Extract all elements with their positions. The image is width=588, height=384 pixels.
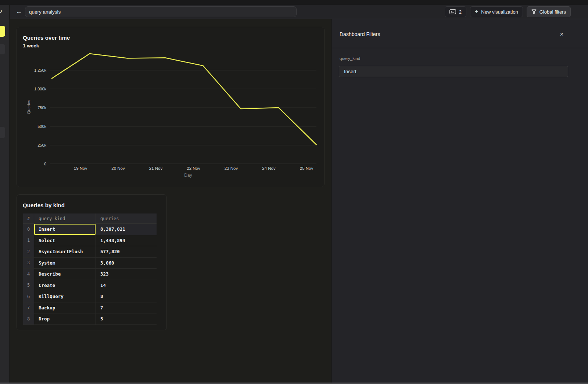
queries-value-cell: 1,443,894 [96, 235, 157, 246]
table-row[interactable]: 1Select1,443,894 [23, 235, 157, 247]
query-kind-cell[interactable]: KillQuery [34, 291, 96, 302]
filter-field-label: query_kind [340, 56, 360, 61]
queries-value-cell: 14 [96, 280, 157, 291]
global-filters-button[interactable]: Global filters [527, 6, 571, 17]
y-tick-label: 750k [37, 105, 46, 110]
y-axis-title: Queries [26, 100, 31, 114]
line-chart: 1 250k1 000k750k500k250k019 Nov20 Nov21 … [17, 47, 325, 187]
queries-value-cell: 577,820 [96, 246, 157, 257]
query-kind-cell[interactable]: Create [34, 280, 96, 291]
row-index: 2 [23, 246, 34, 257]
funnel-icon [531, 9, 537, 14]
console-icon [449, 9, 456, 14]
window-top-strip [0, 0, 588, 5]
y-tick-label: 250k [37, 143, 46, 147]
queries-value-cell: 5 [96, 313, 157, 324]
x-axis-title: Day [184, 173, 192, 178]
table-header-queries: queries [96, 216, 157, 221]
table-row[interactable]: 4Describe323 [23, 269, 157, 280]
query-kind-cell[interactable]: AsyncInsertFlush [34, 246, 96, 257]
back-button[interactable]: ← [14, 7, 24, 17]
table-row[interactable]: 8Drop5 [23, 313, 157, 325]
queries-over-time-card: Queries over time 1 week 1 250k1 000k750… [17, 27, 325, 187]
table-row[interactable]: 6KillQuery8 [23, 291, 157, 302]
sidebar-item[interactable] [0, 44, 5, 54]
dashboard-canvas: Queries over time 1 week 1 250k1 000k750… [10, 19, 331, 383]
query-kind-cell[interactable]: Describe [34, 269, 96, 280]
y-tick-label: 0 [44, 162, 46, 166]
query-kind-cell[interactable]: System [34, 258, 96, 269]
queries-value-cell: 7 [96, 302, 157, 313]
y-tick-label: 1 000k [34, 87, 47, 91]
sidebar-rail: ↻ [0, 5, 10, 383]
queries-by-kind-card: Queries by kind # query_kind queries 0In… [17, 194, 167, 330]
queries-value-cell: 323 [96, 269, 157, 280]
sidebar-item[interactable] [0, 127, 5, 138]
row-index: 6 [23, 291, 34, 302]
new-visualization-label: New visualization [481, 9, 518, 15]
x-tick-label: 22 Nov [187, 166, 200, 171]
row-index: 5 [23, 280, 34, 291]
console-count: 2 [459, 9, 462, 15]
row-index: 1 [23, 235, 34, 246]
row-index: 0 [23, 224, 34, 235]
query-kind-filter-input[interactable] [339, 66, 568, 77]
table-body: 0Insert8,307,0211Select1,443,8942AsyncIn… [23, 224, 157, 325]
queries-value-cell: 8,307,021 [96, 224, 157, 235]
sidebar-item-active[interactable] [0, 26, 5, 37]
global-filters-label: Global filters [539, 9, 566, 15]
row-index: 4 [23, 269, 34, 280]
plus-icon: + [475, 9, 478, 14]
results-table: # query_kind queries 0Insert8,307,0211Se… [23, 213, 157, 325]
console-count-button[interactable]: 2 [445, 6, 466, 17]
table-row[interactable]: 7Backup7 [23, 302, 157, 314]
dashboard-filters-panel: Dashboard Filters ✕ query_kind [331, 19, 588, 383]
table-header-query-kind: query_kind [34, 213, 96, 223]
filters-panel-title: Dashboard Filters [340, 31, 380, 37]
x-tick-label: 20 Nov [111, 166, 125, 171]
y-tick-label: 1 250k [34, 68, 47, 72]
table-header-index: # [23, 213, 34, 223]
topbar: ← 2 + New visualization Global filters [10, 5, 588, 19]
dashboard-title-input[interactable] [25, 6, 297, 17]
table-row[interactable]: 3System3,060 [23, 258, 157, 269]
queries-series-line [52, 54, 316, 145]
query-kind-cell[interactable]: Drop [34, 313, 96, 324]
table-title: Queries by kind [23, 202, 65, 208]
x-tick-label: 21 Nov [149, 166, 163, 171]
table-row[interactable]: 2AsyncInsertFlush577,820 [23, 246, 157, 258]
queries-value-cell: 8 [96, 291, 157, 302]
query-kind-cell[interactable]: Backup [34, 302, 96, 313]
query-kind-cell-selected[interactable]: Insert [34, 224, 96, 235]
new-visualization-button[interactable]: + New visualization [470, 6, 523, 17]
x-tick-label: 24 Nov [262, 166, 276, 171]
panel-divider [332, 48, 588, 48]
x-tick-label: 25 Nov [300, 166, 313, 171]
refresh-icon[interactable]: ↻ [0, 8, 2, 14]
row-index: 7 [23, 302, 34, 313]
y-tick-label: 500k [37, 124, 46, 129]
queries-value-cell: 3,060 [96, 258, 157, 269]
table-header-row: # query_kind queries [23, 213, 157, 224]
chart-title: Queries over time [23, 35, 70, 41]
bottom-edge-strip [0, 383, 588, 384]
query-kind-cell[interactable]: Select [34, 235, 96, 246]
close-icon[interactable]: ✕ [559, 30, 564, 39]
table-row[interactable]: 0Insert8,307,021 [23, 224, 157, 235]
table-row[interactable]: 5Create14 [23, 280, 157, 291]
x-tick-label: 19 Nov [74, 166, 87, 171]
row-index: 3 [23, 258, 34, 269]
row-index: 8 [23, 313, 34, 324]
x-tick-label: 23 Nov [225, 166, 238, 171]
